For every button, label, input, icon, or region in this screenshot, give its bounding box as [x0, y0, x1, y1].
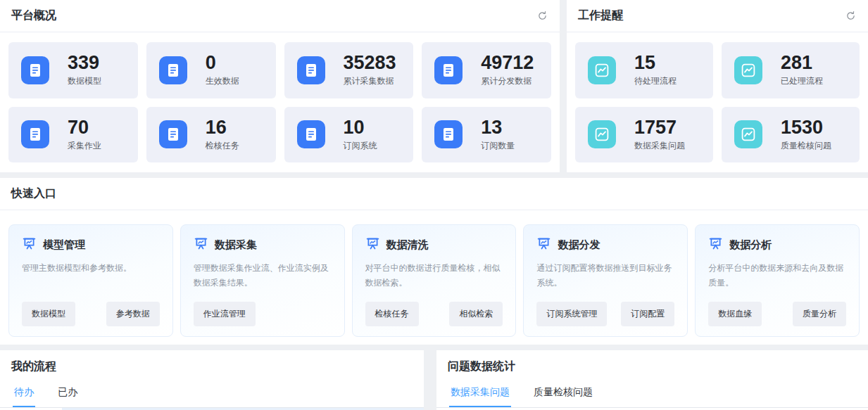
document-icon — [297, 120, 325, 148]
stat-value: 13 — [481, 117, 515, 137]
stat-value: 35283 — [344, 53, 396, 72]
stat-value: 15 — [634, 53, 677, 72]
stat-value: 0 — [206, 53, 239, 72]
stat-value: 1530 — [781, 117, 831, 137]
stat-card-collected-data[interactable]: 35283累计采集数据 — [284, 42, 414, 98]
quick-card-title: 数据分发 — [558, 238, 600, 252]
quick-card-desc: 管理数据采集作业流、作业流实例及数据采集结果。 — [194, 261, 332, 290]
section-title: 快速入口 — [11, 186, 56, 201]
quick-entry-section: 快速入口 模型管理 管理主数据模型和参考数据。 数据模型 参考数据 数据采集 — [0, 178, 868, 345]
stat-label: 质量检核问题 — [781, 140, 831, 152]
problem-stats-tabs: 数据采集问题 质量检核问题 — [436, 380, 868, 408]
presentation-board-icon — [708, 236, 723, 254]
quick-entry-grid: 模型管理 管理主数据模型和参考数据。 数据模型 参考数据 数据采集 管理数据采集… — [0, 210, 868, 337]
refresh-icon[interactable] — [537, 11, 548, 22]
tab-todo[interactable]: 待办 — [13, 380, 35, 407]
quick-card-desc: 分析平台中的数据来源和去向及数据质量。 — [708, 261, 846, 290]
quick-card-desc: 对平台中的数据进行质量检核，相似数据检索。 — [365, 261, 503, 290]
tab-collection-issues[interactable]: 数据采集问题 — [449, 380, 511, 407]
reminder-stats-grid: 15待处理流程 281已处理流程 1757数据采集问题 1530质量检核问题 — [567, 32, 868, 172]
stat-value: 49712 — [481, 53, 534, 72]
stat-card-data-models[interactable]: 339数据模型 — [8, 42, 138, 98]
refresh-icon[interactable] — [845, 11, 857, 22]
stat-value: 281 — [781, 53, 823, 72]
panel-title: 工作提醒 — [578, 8, 623, 23]
quick-card-data-analysis: 数据分析 分析平台中的数据来源和去向及数据质量。 数据血缘 质量分析 — [695, 224, 860, 337]
panel-title: 问题数据统计 — [436, 350, 868, 380]
stat-label: 待处理流程 — [634, 75, 677, 87]
stat-card-subscription-systems[interactable]: 10订阅系统 — [284, 107, 414, 163]
my-process-tabs: 待办 已办 — [0, 380, 424, 408]
document-icon — [21, 56, 49, 84]
similar-search-button[interactable]: 相似检索 — [449, 302, 503, 326]
document-icon — [159, 120, 187, 148]
quick-card-desc: 通过订阅配置将数据推送到目标业务系统。 — [536, 261, 674, 290]
panel-title: 我的流程 — [0, 350, 424, 380]
stat-card-collection-issues[interactable]: 1757数据采集问题 — [575, 107, 713, 163]
stat-card-check-tasks[interactable]: 16检核任务 — [146, 107, 276, 163]
quick-card-data-distribution: 数据分发 通过订阅配置将数据推送到目标业务系统。 订阅系统管理 订阅配置 — [523, 224, 688, 337]
document-icon — [297, 56, 325, 84]
stat-value: 70 — [68, 117, 101, 137]
check-task-button[interactable]: 检核任务 — [365, 302, 419, 326]
stat-card-quality-issues[interactable]: 1530质量检核问题 — [722, 107, 860, 163]
presentation-board-icon — [536, 236, 551, 254]
presentation-board-icon — [365, 236, 380, 254]
quick-card-title: 数据清洗 — [386, 238, 429, 252]
my-process-panel: 我的流程 待办 已办 — [0, 350, 424, 410]
quick-card-title: 数据分析 — [729, 238, 772, 252]
stat-card-collection-jobs[interactable]: 70采集作业 — [8, 107, 138, 163]
quality-analysis-button[interactable]: 质量分析 — [793, 302, 846, 326]
stat-value: 16 — [206, 117, 239, 137]
problem-stats-panel: 问题数据统计 数据采集问题 质量检核问题 — [436, 350, 868, 410]
platform-overview-header: 平台概况 — [0, 0, 560, 32]
data-lineage-button[interactable]: 数据血缘 — [708, 302, 762, 326]
reference-data-button[interactable]: 参考数据 — [106, 302, 160, 326]
quick-card-desc: 管理主数据模型和参考数据。 — [22, 261, 160, 276]
presentation-board-icon — [22, 236, 37, 254]
quick-entry-header: 快速入口 — [0, 178, 868, 210]
quick-card-title: 模型管理 — [43, 238, 85, 252]
tab-done[interactable]: 已办 — [56, 380, 79, 407]
subscription-config-button[interactable]: 订阅配置 — [621, 302, 674, 326]
stat-value: 10 — [344, 117, 377, 137]
tab-quality-issues[interactable]: 质量检核问题 — [532, 380, 594, 407]
workflow-management-button[interactable]: 作业流管理 — [194, 302, 256, 326]
stat-label: 数据模型 — [68, 75, 101, 87]
stat-label: 数据采集问题 — [634, 140, 685, 152]
quick-card-model-management: 模型管理 管理主数据模型和参考数据。 数据模型 参考数据 — [8, 224, 173, 337]
line-chart-icon — [588, 56, 616, 84]
bottom-row: 我的流程 待办 已办 问题数据统计 数据采集问题 质量检核问题 — [0, 350, 868, 410]
stat-label: 生效数据 — [206, 75, 239, 87]
panel-title: 平台概况 — [11, 8, 56, 23]
stat-card-subscription-count[interactable]: 13订阅数量 — [422, 107, 551, 163]
stat-label: 已处理流程 — [781, 75, 823, 87]
dashboard-page: 平台概况 339数据模型 0生效数据 35283累计采集数据 — [0, 0, 868, 410]
document-icon — [434, 56, 463, 84]
top-stats-row: 平台概况 339数据模型 0生效数据 35283累计采集数据 — [0, 0, 868, 172]
data-model-button[interactable]: 数据模型 — [22, 302, 75, 326]
stat-label: 累计分发数据 — [481, 75, 534, 87]
stat-label: 订阅系统 — [344, 140, 377, 152]
work-reminder-panel: 工作提醒 15待处理流程 281已处理流程 1757数据采集问题 — [567, 0, 868, 172]
stat-card-pending-processes[interactable]: 15待处理流程 — [575, 42, 713, 98]
stat-label: 采集作业 — [68, 140, 101, 152]
stat-label: 检核任务 — [206, 140, 239, 152]
stat-value: 1757 — [634, 117, 685, 137]
quick-card-data-cleaning: 数据清洗 对平台中的数据进行质量检核，相似数据检索。 检核任务 相似检索 — [352, 224, 517, 337]
line-chart-icon — [588, 120, 616, 148]
presentation-board-icon — [194, 236, 208, 254]
subscription-system-management-button[interactable]: 订阅系统管理 — [536, 302, 607, 326]
line-chart-icon — [734, 120, 762, 148]
quick-card-title: 数据采集 — [215, 238, 257, 252]
stat-card-effective-data[interactable]: 0生效数据 — [146, 42, 276, 98]
document-icon — [434, 120, 463, 148]
stat-label: 累计采集数据 — [344, 75, 396, 87]
line-chart-icon — [734, 56, 762, 84]
platform-overview-panel: 平台概况 339数据模型 0生效数据 35283累计采集数据 — [0, 0, 560, 172]
stat-card-distributed-data[interactable]: 49712累计分发数据 — [422, 42, 551, 98]
stat-card-processed-processes[interactable]: 281已处理流程 — [722, 42, 860, 98]
platform-stats-grid: 339数据模型 0生效数据 35283累计采集数据 49712累计分发数据 70… — [0, 32, 560, 172]
stat-value: 339 — [68, 53, 101, 72]
document-icon — [159, 56, 187, 84]
